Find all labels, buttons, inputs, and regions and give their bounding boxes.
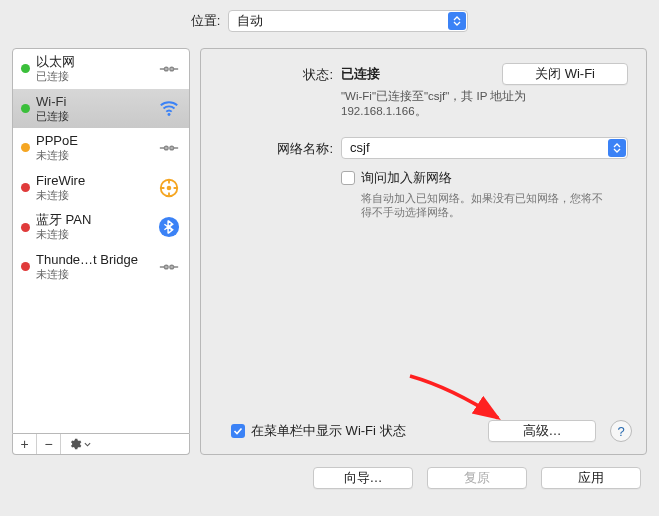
svg-point-7 (166, 147, 167, 148)
network-name-value: csjf (350, 140, 370, 155)
turn-off-wifi-button[interactable]: 关闭 Wi-Fi (502, 63, 628, 85)
ethernet-icon (157, 255, 181, 279)
advanced-button[interactable]: 高级… (488, 420, 596, 442)
sidebar-item-name: Thunde…t Bridge (36, 253, 151, 268)
network-name-label: 网络名称: (211, 137, 341, 158)
help-icon: ? (617, 424, 624, 439)
ask-join-help: 将自动加入已知网络。如果没有已知网络，您将不得不手动选择网络。 (361, 191, 611, 220)
sidebar-item-4[interactable]: 蓝牙 PAN未连接 (13, 207, 189, 247)
wizard-button[interactable]: 向导… (313, 467, 413, 489)
sidebar-item-texts: FireWire未连接 (36, 174, 151, 202)
chevron-updown-icon (608, 139, 626, 157)
svg-point-3 (171, 68, 172, 69)
network-name-select[interactable]: csjf (341, 137, 628, 159)
chevron-updown-icon (448, 12, 466, 30)
status-desc: "Wi-Fi"已连接至"csjf"，其 IP 地址为 192.168.1.166… (341, 89, 571, 119)
bluetooth-icon (157, 215, 181, 239)
sidebar-item-texts: 以太网已连接 (36, 55, 151, 83)
sidebar-item-texts: PPPoE未连接 (36, 134, 151, 162)
status-dot-icon (21, 104, 30, 113)
sidebar-item-status: 未连接 (36, 149, 151, 162)
status-dot-icon (21, 183, 30, 192)
sidebar-item-name: 蓝牙 PAN (36, 213, 151, 228)
apply-button[interactable]: 应用 (541, 467, 641, 489)
chevron-down-icon (84, 442, 91, 447)
svg-point-2 (166, 68, 167, 69)
sidebar-item-name: FireWire (36, 174, 151, 189)
location-select[interactable]: 自动 (228, 10, 468, 32)
sidebar-item-texts: Thunde…t Bridge未连接 (36, 253, 151, 281)
status-value: 已连接 (341, 65, 380, 83)
sidebar-item-texts: Wi-Fi已连接 (36, 95, 151, 123)
ask-join-checkbox[interactable] (341, 171, 355, 185)
revert-button[interactable]: 复原 (427, 467, 527, 489)
sidebar-item-name: PPPoE (36, 134, 151, 149)
network-sidebar: 以太网已连接Wi-Fi已连接PPPoE未连接FireWire未连接蓝牙 PAN未… (12, 48, 190, 434)
sidebar-footer: + − (12, 434, 190, 455)
ask-join-label: 询问加入新网络 (361, 169, 452, 187)
menubar-checkbox-label: 在菜单栏中显示 Wi-Fi 状态 (251, 422, 406, 440)
sidebar-item-status: 未连接 (36, 228, 151, 241)
status-dot-icon (21, 223, 30, 232)
sidebar-item-status: 已连接 (36, 70, 151, 83)
menubar-checkbox[interactable] (231, 424, 245, 438)
sidebar-item-1[interactable]: Wi-Fi已连接 (13, 89, 189, 129)
sidebar-item-2[interactable]: PPPoE未连接 (13, 128, 189, 168)
sidebar-item-status: 已连接 (36, 110, 151, 123)
svg-point-14 (166, 266, 167, 267)
sidebar-item-name: 以太网 (36, 55, 151, 70)
annotation-arrow (402, 368, 512, 428)
status-dot-icon (21, 262, 30, 271)
sidebar-item-status: 未连接 (36, 268, 151, 281)
dialog-button-row: 向导… 复原 应用 (0, 455, 659, 489)
status-dot-icon (21, 64, 30, 73)
sidebar-item-name: Wi-Fi (36, 95, 151, 110)
status-label: 状态: (211, 63, 341, 84)
firewire-icon (157, 176, 181, 200)
sidebar-item-5[interactable]: Thunde…t Bridge未连接 (13, 247, 189, 287)
check-icon (233, 426, 243, 436)
add-button[interactable]: + (13, 434, 37, 454)
svg-point-10 (167, 185, 172, 190)
help-button[interactable]: ? (610, 420, 632, 442)
svg-point-15 (171, 266, 172, 267)
svg-point-4 (168, 113, 171, 116)
location-value: 自动 (237, 12, 263, 30)
wifi-icon (157, 96, 181, 120)
detail-panel: 状态: 已连接 关闭 Wi-Fi "Wi-Fi"已连接至"csjf"，其 IP … (200, 48, 647, 455)
sidebar-item-0[interactable]: 以太网已连接 (13, 49, 189, 89)
gear-menu-button[interactable] (61, 434, 97, 454)
sidebar-item-texts: 蓝牙 PAN未连接 (36, 213, 151, 241)
sidebar-item-3[interactable]: FireWire未连接 (13, 168, 189, 208)
ethernet-icon (157, 57, 181, 81)
location-label: 位置: (191, 12, 221, 30)
gear-icon (68, 437, 82, 451)
remove-button[interactable]: − (37, 434, 61, 454)
ethernet-icon (157, 136, 181, 160)
sidebar-item-status: 未连接 (36, 189, 151, 202)
svg-point-8 (171, 147, 172, 148)
location-row: 位置: 自动 (0, 0, 659, 48)
status-dot-icon (21, 143, 30, 152)
